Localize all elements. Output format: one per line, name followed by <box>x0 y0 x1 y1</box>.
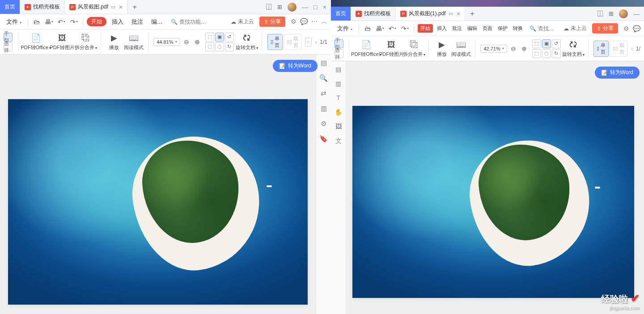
file-menu[interactable]: 文件 ▾ <box>335 25 355 33</box>
zoom-in[interactable]: ⊕ <box>520 44 529 53</box>
double-page[interactable]: ▯▯双页 <box>284 34 301 50</box>
rotate-right[interactable]: ↻ <box>552 49 561 58</box>
sb-settings-icon[interactable]: ⚙ <box>321 120 326 128</box>
pdf-to-office[interactable]: 📄PDF转Office <box>355 39 378 58</box>
maximize-button[interactable]: □ <box>314 4 317 11</box>
close-button[interactable]: × <box>323 4 326 11</box>
chat-icon[interactable]: 💬 <box>633 25 640 32</box>
tab-home[interactable]: 首页 <box>331 7 351 21</box>
minimize-button[interactable]: — <box>302 4 308 11</box>
rotate-left[interactable]: ↺ <box>552 39 561 48</box>
new-tab-button[interactable]: + <box>465 7 479 21</box>
tab-file[interactable]: P风景截图(1).pdf▭× <box>396 7 465 21</box>
search-box[interactable]: 🔍 <box>527 25 558 32</box>
convert-word-button[interactable]: 📝转为Word <box>273 60 318 72</box>
layout-icon[interactable]: ⿰ <box>597 10 603 17</box>
start-tab[interactable]: 开始 <box>418 24 433 33</box>
sb-img-icon[interactable]: 🖼 <box>335 123 342 130</box>
avatar[interactable] <box>288 3 297 12</box>
sb-zoom-icon[interactable]: 🔍 <box>319 74 328 82</box>
sb-cn-icon[interactable]: 文 <box>335 137 342 145</box>
single-page[interactable]: ▯单页 <box>593 41 609 57</box>
search-box[interactable]: 🔍 <box>168 19 225 25</box>
prev-page[interactable]: ‹ <box>315 38 318 46</box>
search-input[interactable] <box>538 25 555 32</box>
convert-word-button[interactable]: 📝转为Word <box>595 67 640 79</box>
fit-page[interactable]: ▣ <box>542 39 551 48</box>
play-button[interactable]: ▶播放 <box>434 39 449 58</box>
rotate-doc[interactable]: 🗘旋转文档 <box>237 33 257 51</box>
settings-icon[interactable]: ⚙ <box>291 18 297 26</box>
search-input[interactable] <box>179 19 223 25</box>
tab-template[interactable]: ✦找稻壳模板 <box>351 7 396 21</box>
zoom-value[interactable]: 42.71% <box>480 45 507 53</box>
select-tool[interactable]: 选择 <box>4 42 13 51</box>
tab-file[interactable]: P风景截图.pdf▭× <box>65 0 127 14</box>
annotate-tab[interactable]: 批注 <box>129 18 146 26</box>
insert-tab[interactable]: 插入 <box>436 25 448 32</box>
document-canvas[interactable]: 📝转为Word ▤ 🔍 ⇄ ▥ ⚙ 🔖 <box>0 54 331 314</box>
single-page[interactable]: ▯单页 <box>267 34 283 50</box>
collapse-icon[interactable]: ︿ <box>321 18 327 26</box>
zoom-in[interactable]: ⊕ <box>193 38 202 46</box>
share-button[interactable]: ⇪分享 <box>592 23 618 33</box>
tab-min-icon[interactable]: ▭ <box>111 4 115 10</box>
split-merge[interactable]: ⿻拆分合并 <box>405 39 423 58</box>
sb-doc-icon[interactable]: ▤ <box>335 66 341 73</box>
sb-bookmark-icon[interactable]: 🔖 <box>319 135 328 143</box>
grid-icon[interactable]: ⊞ <box>277 4 282 10</box>
cloud-status[interactable]: ☁未上云 <box>561 25 589 32</box>
rotate-right[interactable]: ↻ <box>225 42 234 51</box>
print-icon[interactable]: 🖶 <box>44 17 54 27</box>
tab-template[interactable]: ✦找稻壳模板 <box>20 0 65 14</box>
zoom-out[interactable]: ⊖ <box>182 38 191 46</box>
tab-close-icon[interactable]: × <box>119 4 123 11</box>
fit-width[interactable]: ⬚ <box>205 33 214 42</box>
rotate-doc[interactable]: 🗘旋转文档 <box>564 39 583 58</box>
zoom-out[interactable]: ⊖ <box>509 44 518 53</box>
new-tab-button[interactable]: + <box>127 0 142 14</box>
zoom-value[interactable]: 44.81% <box>153 38 180 46</box>
pdf-to-image[interactable]: 🖼PDF转图片 <box>52 33 72 51</box>
avatar[interactable] <box>619 9 628 18</box>
tab-min-icon[interactable]: ▭ <box>449 11 453 17</box>
fit-page[interactable]: ▣ <box>215 33 224 42</box>
redo-icon[interactable]: ↷ <box>69 17 79 27</box>
more-icon[interactable]: ⋯ <box>311 18 318 26</box>
edit-tab[interactable]: 编辑 <box>466 25 479 32</box>
print-icon[interactable]: 🖶 <box>375 24 385 33</box>
fit-width[interactable]: ⬚ <box>532 39 541 48</box>
continuous-mode[interactable]: ≡ <box>305 38 312 46</box>
sb-text-icon[interactable]: T <box>336 94 340 101</box>
open-icon[interactable]: 🗁 <box>32 17 42 27</box>
chat-icon[interactable]: 💬 <box>300 18 308 26</box>
dashed-tool[interactable]: ◌ <box>542 49 551 58</box>
edit-tab[interactable]: 编… <box>148 18 165 26</box>
pdf-to-image[interactable]: 🖼PDF转图片 <box>381 39 401 58</box>
file-menu[interactable]: 文件 ▾ <box>4 18 24 26</box>
crop-tool[interactable]: ⬚ <box>532 49 541 58</box>
open-icon[interactable]: 🗁 <box>363 24 373 33</box>
protect-tab[interactable]: 保护 <box>496 25 509 32</box>
settings-icon[interactable]: ⚙ <box>623 25 629 32</box>
read-mode[interactable]: 📖阅读模式 <box>125 33 143 51</box>
layout-icon[interactable]: ⿰ <box>266 4 272 10</box>
start-tab[interactable]: 开始 <box>87 17 106 26</box>
document-canvas[interactable]: ▤ ▥ T ✋ 🖼 文 📝转为Word <box>331 61 644 314</box>
sb-page-icon[interactable]: ▥ <box>321 105 327 113</box>
convert-tab[interactable]: 转换 <box>512 25 524 32</box>
prev-page[interactable]: ‹ <box>631 45 633 52</box>
read-mode[interactable]: 📖阅读模式 <box>453 39 470 58</box>
sb-page-icon[interactable]: ▥ <box>335 80 341 87</box>
tab-home[interactable]: 首页 <box>0 0 20 14</box>
dashed-tool[interactable]: ◌ <box>215 42 224 51</box>
pdf-to-office[interactable]: 📄PDF转Office <box>24 33 48 51</box>
split-merge[interactable]: ⿻拆分合并 <box>76 33 95 51</box>
double-page[interactable]: ▯▯双页 <box>610 41 627 57</box>
play-button[interactable]: ▶播放 <box>106 33 122 51</box>
grid-icon[interactable]: ⊞ <box>609 10 614 17</box>
sb-swap-icon[interactable]: ⇄ <box>321 89 326 97</box>
select-tool[interactable]: 选择 <box>335 49 343 58</box>
annotate-tab[interactable]: 批注 <box>451 25 463 32</box>
crop-tool[interactable]: ⬚ <box>205 42 214 51</box>
